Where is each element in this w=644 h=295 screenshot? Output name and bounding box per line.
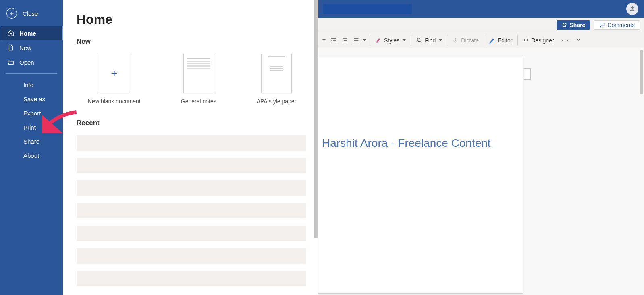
share-button[interactable]: Share (557, 20, 590, 30)
sidebar-item-info[interactable]: Info (0, 78, 63, 92)
page-title: Home (77, 12, 306, 27)
recent-files-list (77, 135, 306, 286)
share-icon (561, 22, 567, 28)
recent-file-placeholder[interactable] (77, 158, 306, 173)
ribbon: Styles Find Dictate Editor Designer (318, 32, 644, 48)
dictate-button[interactable]: Dictate (450, 36, 481, 45)
template-thumbnail (261, 54, 292, 93)
sidebar-item-label: About (23, 152, 39, 159)
account-avatar[interactable] (626, 3, 638, 15)
sidebar-item-save-as[interactable]: Save as (0, 92, 63, 106)
sidebar-item-label: Export (23, 110, 41, 117)
styles-icon (375, 37, 382, 44)
home-icon (7, 29, 15, 37)
recent-file-placeholder[interactable] (77, 180, 306, 196)
chevron-down-icon (575, 36, 582, 43)
sidebar-item-label: Print (23, 124, 36, 131)
template-label: General notes (181, 98, 216, 105)
editor-icon (489, 37, 495, 44)
styles-label: Styles (384, 37, 399, 44)
designer-label: Designer (532, 37, 554, 44)
editor-button[interactable]: Editor (486, 36, 515, 45)
sidebar-item-label: Share (23, 138, 39, 145)
template-label: New blank document (88, 98, 141, 105)
template-thumbnail (183, 54, 214, 93)
line-spacing-icon (353, 37, 359, 44)
comment-icon (599, 22, 605, 28)
new-file-icon (7, 44, 15, 51)
vertical-scrollbar-thumb[interactable] (640, 50, 643, 94)
document-app: Share Comments Styles (318, 0, 644, 295)
document-canvas[interactable]: Harshit Arora - Freelance Content (318, 48, 644, 295)
sidebar-item-about[interactable]: About (0, 149, 63, 163)
recent-section-header: Recent (77, 119, 306, 127)
backstage-content: Home New + New blank document General no… (63, 0, 318, 295)
microphone-icon (452, 37, 459, 44)
template-general-notes[interactable]: General notes (181, 54, 216, 105)
ribbon-overflow-button[interactable]: ··· (558, 36, 573, 44)
ribbon-leading-dropdown[interactable] (320, 38, 327, 43)
decrease-indent-button[interactable] (329, 36, 339, 45)
sidebar-item-home[interactable]: Home (0, 26, 63, 40)
template-gallery: + New blank document General notes APA s… (88, 54, 306, 105)
indent-icon (342, 37, 348, 44)
template-label: APA style paper (257, 98, 297, 105)
line-spacing-button[interactable] (351, 36, 368, 45)
find-label: Find (425, 37, 436, 44)
designer-icon (523, 37, 529, 44)
sidebar-item-label: Home (19, 30, 36, 37)
close-backstage-button[interactable]: Close (0, 0, 63, 26)
outdent-icon (330, 37, 337, 44)
document-hyperlink-text[interactable]: Harshit Arora - Freelance Content (322, 137, 491, 150)
dictate-label: Dictate (461, 37, 479, 44)
template-apa-style-paper[interactable]: APA style paper (257, 54, 297, 105)
plus-icon: + (99, 54, 129, 93)
ribbon-collapse-button[interactable] (575, 36, 582, 44)
svg-rect-1 (455, 38, 456, 41)
recent-file-placeholder[interactable] (77, 135, 306, 151)
backstage-sidebar: Close Home New Open Info Save as (0, 0, 63, 295)
styles-button[interactable]: Styles (373, 36, 408, 45)
share-bar: Share Comments (318, 18, 644, 32)
comments-button[interactable]: Comments (594, 20, 640, 30)
editor-label: Editor (498, 37, 513, 44)
svg-point-3 (526, 38, 526, 38)
comments-label: Comments (607, 22, 635, 28)
close-label: Close (23, 10, 38, 17)
new-section-header: New (77, 38, 306, 46)
recent-file-placeholder[interactable] (77, 271, 306, 286)
find-button[interactable]: Find (413, 36, 445, 45)
sidebar-divider (6, 73, 57, 74)
sidebar-item-label: Open (19, 59, 34, 66)
svg-point-2 (524, 39, 525, 40)
back-arrow-icon (6, 8, 17, 19)
recent-file-placeholder[interactable] (77, 248, 306, 264)
sidebar-item-print[interactable]: Print (0, 120, 63, 134)
open-folder-icon (7, 59, 15, 66)
user-icon (629, 5, 636, 13)
recent-file-placeholder[interactable] (77, 226, 306, 241)
sidebar-item-new[interactable]: New (0, 40, 63, 55)
sidebar-item-label: New (19, 44, 31, 51)
document-page[interactable]: Harshit Arora - Freelance Content (318, 56, 523, 294)
svg-point-0 (417, 38, 420, 41)
document-title-field[interactable] (323, 4, 412, 14)
sidebar-item-label: Save as (23, 96, 45, 103)
sidebar-item-share[interactable]: Share (0, 134, 63, 149)
backstage-panel: Close Home New Open Info Save as (0, 0, 318, 295)
svg-point-4 (527, 39, 528, 40)
title-bar (318, 0, 644, 18)
search-icon (416, 37, 422, 44)
sidebar-item-label: Info (23, 82, 33, 88)
increase-indent-button[interactable] (340, 36, 350, 45)
template-blank-document[interactable]: + New blank document (88, 54, 141, 105)
backstage-scrollbar-thumb[interactable] (314, 0, 318, 238)
sidebar-item-export[interactable]: Export (0, 106, 63, 120)
sidebar-item-open[interactable]: Open (0, 55, 63, 69)
recent-file-placeholder[interactable] (77, 203, 306, 218)
designer-button[interactable]: Designer (520, 36, 557, 45)
share-label: Share (569, 22, 585, 28)
ruler-marker[interactable] (524, 68, 531, 80)
